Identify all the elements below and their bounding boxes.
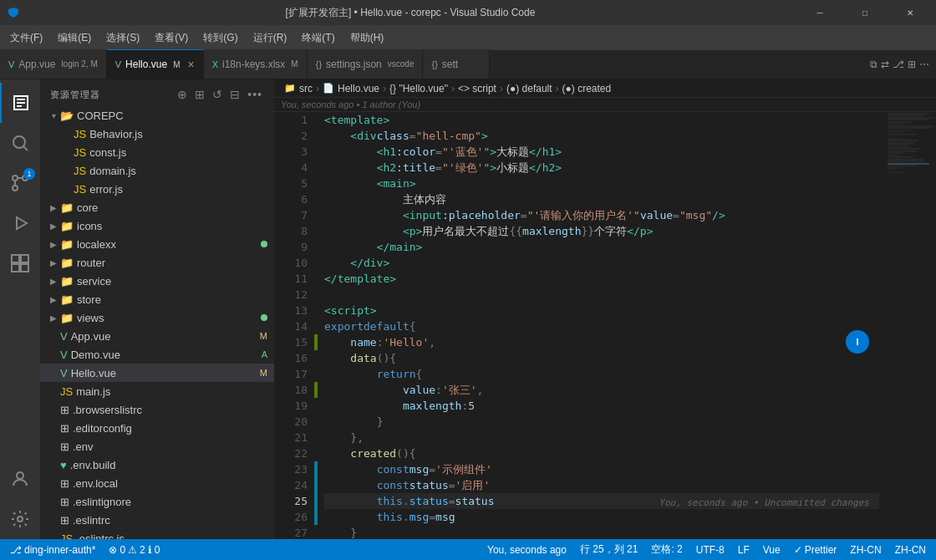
tab-settings-json[interactable]: {} settings.json vscode: [308, 49, 424, 79]
sidebar-item-hello-vue[interactable]: V Hello.vue M: [40, 364, 274, 382]
status-language[interactable]: Vue: [760, 539, 784, 560]
sidebar-item-behavior[interactable]: JS Behavior.js: [40, 125, 274, 143]
more-options-icon[interactable]: •••: [246, 86, 264, 103]
source-control-icon[interactable]: ⎇: [893, 59, 904, 70]
tab-app-vue[interactable]: V App.vue login 2, M: [0, 49, 107, 79]
sidebar-item-env-local[interactable]: ⊞ .env.local: [40, 474, 274, 492]
breadcrumb-created[interactable]: (●) created: [562, 83, 612, 94]
sidebar-item-app-vue[interactable]: V App.vue M: [40, 327, 274, 345]
activity-source-control[interactable]: 1: [0, 163, 40, 203]
svg-point-0: [13, 136, 25, 148]
breadcrumb-script[interactable]: <> script: [458, 83, 496, 94]
activity-explorer[interactable]: [0, 83, 40, 123]
sidebar-item-main-js[interactable]: JS main.js: [40, 382, 274, 400]
menubar: 文件(F) 编辑(E) 选择(S) 查看(V) 转到(G) 运行(R) 终端(T…: [0, 25, 936, 50]
collapse-all-icon[interactable]: ⊟: [228, 86, 242, 103]
status-lineending[interactable]: LF: [735, 539, 753, 560]
status-cursor[interactable]: 行 25，列 21: [577, 539, 641, 560]
menu-file[interactable]: 文件(F): [3, 28, 49, 48]
sidebar-item-demo-vue[interactable]: V Demo.vue A: [40, 345, 274, 364]
activity-extensions[interactable]: [0, 243, 40, 283]
menu-view[interactable]: 查看(V): [148, 28, 195, 48]
info-icon: ℹ: [148, 544, 152, 556]
tab-i18n-keys[interactable]: X i18n-keys.xlsx M: [204, 49, 308, 79]
new-file-icon[interactable]: ⊕: [176, 86, 190, 103]
breadcrumb-src[interactable]: src: [299, 83, 313, 94]
sidebar-item-const[interactable]: JS const.js: [40, 143, 274, 161]
minimize-button[interactable]: ─: [801, 0, 839, 25]
sidebar-item-eslintrc[interactable]: ⊞ .eslintrc: [40, 511, 274, 529]
status-prettier[interactable]: ✓ Prettier: [791, 539, 841, 560]
titlebar: [扩展开发宿主] • Hello.vue - corepc - Visual S…: [0, 0, 936, 25]
activity-accounts[interactable]: [0, 459, 40, 499]
split-editor-icon[interactable]: ⧉: [870, 59, 878, 70]
status-encoding[interactable]: UTF-8: [693, 539, 728, 560]
ln21: 21: [274, 430, 308, 445]
breadcrumb-hello-vue[interactable]: Hello.vue: [338, 83, 379, 94]
sidebar-item-domain[interactable]: JS domain.js: [40, 161, 274, 180]
status-errors[interactable]: ⊗ 0 ⚠ 2 ℹ 0: [105, 539, 163, 560]
menu-terminal[interactable]: 终端(T): [295, 28, 341, 48]
breadcrumb-hello-vue2[interactable]: {} "Hello.vue": [389, 83, 448, 94]
tab-hello-vue[interactable]: V Hello.vue M ×: [107, 49, 204, 79]
new-folder-icon[interactable]: ⊞: [193, 86, 207, 103]
sidebar-item-router[interactable]: ▶ 📁 router: [40, 253, 274, 272]
sidebar-item-error[interactable]: JS error.js: [40, 180, 274, 198]
behavior-label: Behavior.js: [89, 128, 274, 140]
ln17: 17: [274, 366, 308, 382]
sidebar-item-corepc[interactable]: ▾ 📂 COREPC: [40, 106, 274, 125]
editor-content[interactable]: 1 2 3 4 5 6 7 8 9 10 11 12 13 14 15 16 1: [274, 112, 936, 539]
warning-count: 2: [140, 544, 145, 556]
maximize-button[interactable]: □: [846, 0, 884, 25]
status-spaces[interactable]: 空格: 2: [648, 539, 685, 560]
close-button[interactable]: ✕: [891, 0, 929, 25]
sidebar-item-eslintrc-js[interactable]: JS .eslintrc.js: [40, 529, 274, 539]
activity-debug[interactable]: [0, 203, 40, 243]
sidebar-item-env[interactable]: ⊞ .env: [40, 437, 274, 456]
more-tabs-icon[interactable]: ⋯: [919, 59, 929, 70]
status-locale[interactable]: ZH-CN: [847, 539, 884, 560]
hello-vue-label: Hello.vue: [71, 367, 260, 379]
status-locale2[interactable]: ZH-CN: [892, 539, 929, 560]
refresh-icon[interactable]: ↺: [211, 86, 225, 103]
js-icon2: JS: [74, 146, 86, 159]
router-label: router: [77, 257, 274, 269]
sidebar-item-core[interactable]: ▶ 📁 core: [40, 198, 274, 216]
menu-edit[interactable]: 编辑(E): [51, 28, 98, 48]
menu-select[interactable]: 选择(S): [99, 28, 146, 48]
js-icon: JS: [74, 128, 86, 140]
remote-icon[interactable]: ⇄: [881, 59, 889, 70]
sidebar-item-service[interactable]: ▶ 📁 service: [40, 272, 274, 290]
sidebar-item-editorconfig[interactable]: ⊞ .editorconfig: [40, 419, 274, 437]
ln5: 5: [274, 176, 308, 191]
status-branch[interactable]: ⎇ ding-inner-auth*: [7, 539, 99, 560]
ln22: 22: [274, 445, 308, 461]
sidebar-title: 资源管理器: [50, 89, 100, 101]
menu-goto[interactable]: 转到(G): [196, 28, 244, 48]
view-icon[interactable]: ⊞: [908, 59, 916, 70]
sidebar-item-views[interactable]: ▶ 📁 views: [40, 308, 274, 327]
status-location[interactable]: You, seconds ago: [484, 539, 570, 560]
tab-hello-vue-close[interactable]: ×: [187, 58, 194, 71]
activity-search[interactable]: [0, 123, 40, 163]
app-icon: [7, 6, 20, 19]
menu-run[interactable]: 运行(R): [247, 28, 294, 48]
prettier-icon: ✓: [794, 544, 802, 556]
encoding-label: UTF-8: [696, 544, 725, 556]
sidebar-header: 资源管理器 ⊕ ⊞ ↺ ⊟ •••: [40, 79, 274, 106]
sidebar-item-store[interactable]: ▶ 📁 store: [40, 290, 274, 308]
tab-sett2[interactable]: {} sett: [423, 49, 490, 79]
sidebar-item-icons[interactable]: ▶ 📁 icons: [40, 216, 274, 235]
code-panel[interactable]: <template> <div class="hell-cmp"> <h1 :c…: [318, 112, 886, 539]
sidebar-item-browserslistrc[interactable]: ⊞ .browserslistrc: [40, 400, 274, 419]
breadcrumb: 📁 src › 📄 Hello.vue › {} "Hello.vue" › <…: [274, 79, 936, 98]
env-label: .env: [73, 440, 274, 453]
activity-settings[interactable]: [0, 499, 40, 539]
sidebar-item-env-build[interactable]: ♥ .env.build: [40, 456, 274, 474]
js-icon5: JS: [60, 532, 73, 540]
menu-help[interactable]: 帮助(H): [343, 28, 391, 48]
vue-icon-hello: V: [60, 367, 68, 379]
breadcrumb-default[interactable]: (●) default: [506, 83, 552, 94]
sidebar-item-eslintignore[interactable]: ⊞ .eslintignore: [40, 492, 274, 511]
sidebar-item-localexx[interactable]: ▶ 📁 localexx: [40, 235, 274, 253]
